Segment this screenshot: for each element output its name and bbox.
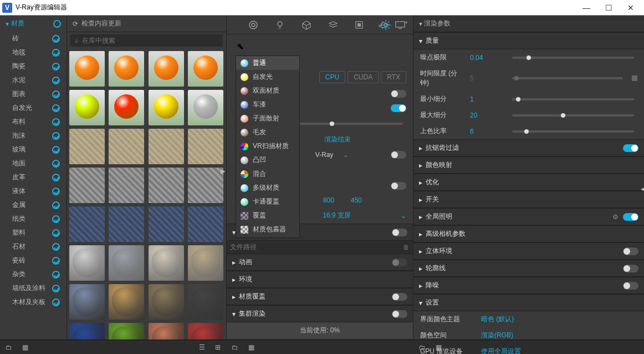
category-item[interactable]: 纸类	[0, 212, 67, 226]
material-swatch[interactable]	[69, 90, 105, 125]
renderer-cpu[interactable]: CPU	[319, 71, 345, 83]
frame-tab-icon[interactable]	[355, 21, 364, 29]
category-item[interactable]: 自发光	[0, 101, 67, 115]
browse-icon[interactable]: 🗎	[403, 244, 410, 251]
material-swatch[interactable]	[149, 284, 184, 320]
shade-slider[interactable]	[512, 130, 634, 133]
progressive-toggle[interactable]	[391, 104, 406, 112]
category-item[interactable]: 玻璃	[0, 143, 67, 156]
render-result[interactable]: 渲染结束	[324, 135, 351, 144]
update-check-label[interactable]: 检查内容更新	[81, 19, 121, 28]
max-slider[interactable]	[512, 114, 634, 117]
min-slider[interactable]	[512, 98, 634, 100]
material-swatch[interactable]	[188, 284, 223, 320]
section-set[interactable]: ▾设置	[413, 294, 644, 311]
renderer-cuda[interactable]: CUDA	[347, 71, 379, 83]
category-item[interactable]: 墙纸及涂料	[0, 281, 67, 295]
section-quality[interactable]: ▾质量	[413, 32, 644, 49]
min-val[interactable]: 1	[470, 95, 503, 103]
search-box[interactable]: ⌕	[70, 34, 223, 47]
popup-item[interactable]: 覆盖	[236, 209, 299, 222]
category-item[interactable]: 图表	[0, 87, 67, 101]
material-swatch[interactable]	[188, 51, 223, 87]
list-icon[interactable]: ☰	[199, 343, 205, 351]
layers-tab-icon[interactable]	[328, 20, 338, 30]
popup-item[interactable]: 混合	[236, 167, 299, 181]
teapot-icon[interactable]	[379, 21, 390, 29]
material-swatch[interactable]	[109, 323, 144, 340]
category-item[interactable]: 皮革	[0, 170, 67, 184]
gi-toggle[interactable]	[623, 213, 638, 221]
category-item[interactable]: 地面	[0, 156, 67, 170]
category-item[interactable]: 地毯	[0, 45, 67, 59]
material-swatch[interactable]	[69, 168, 105, 203]
material-swatch[interactable]	[109, 51, 144, 87]
folder-icon[interactable]: 🗀	[6, 343, 12, 351]
collapse-right-icon[interactable]: ◀	[641, 185, 644, 193]
collapse-left-icon[interactable]: ▶	[221, 168, 225, 175]
refresh-icon[interactable]: ⟳	[73, 20, 78, 28]
material-swatch[interactable]	[188, 245, 223, 281]
section-opt[interactable]: ▸优化	[413, 174, 644, 191]
theme-val[interactable]: 暗色 (默认)	[481, 315, 514, 324]
section-aa[interactable]: ▸抗锯齿过滤	[413, 139, 644, 156]
env-toggle[interactable]	[623, 247, 638, 255]
renderer-rtx[interactable]: RTX	[381, 71, 406, 83]
material-swatch[interactable]	[149, 323, 184, 340]
category-item[interactable]: 石材	[0, 240, 67, 254]
minimize-button[interactable]: —	[575, 3, 597, 12]
restrict-toggle[interactable]	[391, 151, 406, 159]
category-item[interactable]: 瓷砖	[0, 254, 67, 267]
material-swatch[interactable]	[109, 129, 144, 164]
render-params-header[interactable]: ▾ 渲染参数	[413, 16, 644, 32]
category-header[interactable]: ▾ 材质	[0, 16, 67, 32]
sliders-icon[interactable]: ⚙	[612, 213, 619, 221]
out-toggle[interactable]	[623, 265, 638, 272]
material-swatch[interactable]	[149, 90, 184, 125]
section-sw[interactable]: ▸开关	[413, 191, 644, 208]
save-img-toggle[interactable]	[392, 229, 407, 236]
restrict-val[interactable]: V-Ray	[315, 151, 334, 159]
aa-toggle[interactable]	[623, 144, 638, 152]
category-item[interactable]: 泡沫	[0, 129, 67, 143]
img-height[interactable]: 450	[351, 196, 373, 204]
material-tab-icon[interactable]	[248, 20, 258, 30]
popup-item[interactable]: 凸凹	[236, 153, 299, 167]
den-toggle[interactable]	[623, 282, 638, 290]
section-batch[interactable]: ▾集群渲染	[227, 305, 413, 322]
interactive-toggle[interactable]	[391, 90, 406, 98]
popup-item[interactable]: 子面散射	[236, 112, 299, 125]
material-swatch[interactable]	[69, 206, 105, 242]
max-val[interactable]: 20	[470, 112, 503, 119]
popup-item[interactable]: 毛发	[236, 125, 299, 139]
section-anim[interactable]: ▸动画	[227, 254, 413, 271]
popup-item[interactable]: 车漆	[236, 98, 299, 112]
light-tab-icon[interactable]	[275, 20, 285, 30]
material-swatch[interactable]	[188, 206, 223, 242]
popup-item[interactable]: 材质包裹器	[236, 222, 299, 236]
category-item[interactable]: 水泥	[0, 73, 67, 87]
colspace-val[interactable]: 渲染(RGB)	[481, 331, 513, 340]
material-swatch[interactable]	[69, 129, 105, 164]
category-item[interactable]: 塑料	[0, 226, 67, 240]
ratio-val[interactable]: 16:9 宽屏	[323, 211, 351, 220]
section-cam[interactable]: ▸高级相机参数	[413, 225, 644, 242]
material-swatch[interactable]	[188, 168, 223, 203]
material-swatch[interactable]	[109, 206, 144, 242]
geometry-tab-icon[interactable]	[301, 20, 311, 30]
section-env[interactable]: ▸环境	[227, 271, 413, 288]
safe-toggle[interactable]	[391, 182, 406, 190]
search-input[interactable]	[82, 37, 218, 44]
monitor-icon[interactable]: ▾	[395, 21, 407, 29]
close-button[interactable]: ✕	[620, 3, 642, 12]
section-den[interactable]: ▸降噪	[413, 277, 644, 294]
matov-toggle[interactable]	[392, 293, 407, 301]
category-item[interactable]: 陶瓷	[0, 59, 67, 73]
batch-toggle[interactable]	[392, 310, 407, 318]
category-item[interactable]: 金属	[0, 198, 67, 212]
material-swatch[interactable]	[69, 245, 105, 281]
section-gi[interactable]: ▸全局照明⚙	[413, 208, 644, 225]
material-swatch[interactable]	[149, 168, 184, 203]
section-cm[interactable]: ▸颜色映射	[413, 156, 644, 174]
category-item[interactable]: 木材及夹板	[0, 295, 67, 309]
